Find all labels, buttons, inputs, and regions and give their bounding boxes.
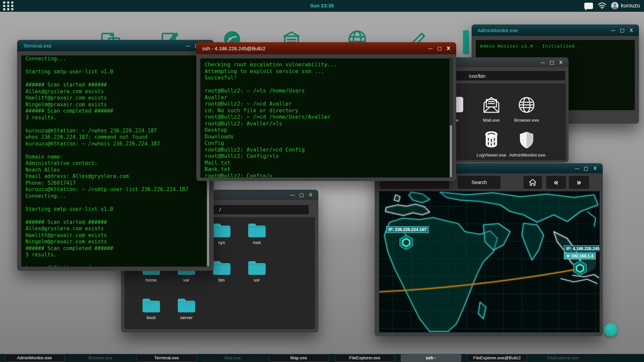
folder-label: boot	[147, 315, 155, 320]
folder-label: root	[253, 240, 261, 245]
taskbar-item[interactable]: FileExplorer.exe	[335, 354, 395, 362]
window-map: — □ X Search « »	[375, 163, 603, 336]
window-title: Terminal.exe	[23, 43, 52, 49]
folder-icon	[142, 298, 161, 313]
folder-icon	[212, 260, 231, 276]
window-ssh: ssh - 4.186.226.245@Bullz2 — □ X Checkin…	[196, 42, 456, 181]
folder-label: usr	[254, 278, 260, 283]
maximize-icon[interactable]: □	[548, 60, 555, 65]
file-label: AdminMonitor.exe	[509, 153, 545, 158]
folder-item[interactable]: server	[169, 296, 204, 333]
window-title: AdminMonitor.exe	[478, 27, 518, 33]
terminal-output[interactable]: Connecting... Starting smtp-user-list v1…	[21, 55, 210, 267]
taskbar-slot: ssh -	[398, 354, 464, 362]
taskbar-slot: FileExplorer.exe@Bullz2	[464, 354, 530, 362]
log-cylinder-icon	[482, 130, 500, 150]
ssh-titlebar[interactable]: ssh - 4.186.226.245@Bullz2 — □ X	[196, 42, 456, 54]
folder-label: var	[183, 278, 190, 283]
admin-monitor-titlebar[interactable]: AdminMonitor.exe — □ X	[472, 24, 639, 36]
wifi-icon[interactable]	[598, 2, 606, 9]
minimize-icon[interactable]: —	[573, 166, 581, 171]
folder-label: server	[180, 315, 193, 320]
file-item[interactable]: Mail.exe	[474, 96, 509, 123]
minimize-icon[interactable]: —	[289, 192, 296, 197]
taskbar-slot: AdminMonitor.exe	[1, 354, 67, 362]
desktop-icon-partial[interactable]	[463, 30, 469, 54]
folder-icon	[177, 298, 196, 313]
top-bar: Sun 23:35 kurouzu	[0, 0, 644, 12]
maximize-icon[interactable]: □	[619, 27, 626, 33]
taskbar-item[interactable]: Browser.exe	[70, 354, 131, 362]
world-map	[379, 191, 599, 332]
maximize-icon[interactable]: □	[436, 46, 443, 51]
taskbar-item[interactable]: Terminal.exe	[137, 354, 197, 362]
folder-label: bin	[218, 278, 224, 283]
window-terminal: Terminal.exe — □ X Connecting... Startin…	[17, 40, 214, 271]
folder-item[interactable]: root	[239, 221, 274, 258]
taskbar-item[interactable]: Mail.exe	[203, 354, 263, 362]
taskbar-slot: Terminal.exe	[133, 354, 200, 362]
folder-item[interactable]: boot	[133, 296, 169, 333]
taskbar-item[interactable]: FileExplorer.exe@Bullz2	[467, 354, 527, 362]
taskbar-item[interactable]: Map.exe	[269, 354, 329, 362]
terminal-text: Connecting... Starting smtp-user-list v1…	[21, 55, 210, 267]
taskbar-slot: FileExplorer.exe	[530, 354, 596, 362]
search-button[interactable]: Search	[458, 176, 500, 189]
forward-icon: »	[577, 178, 581, 187]
close-icon[interactable]: X	[591, 166, 599, 171]
taskbar-item[interactable]: AdminMonitor.exe	[4, 354, 65, 362]
maximize-icon[interactable]: □	[582, 166, 590, 171]
globe-icon	[518, 96, 536, 115]
close-icon[interactable]: X	[557, 60, 565, 65]
minimize-icon[interactable]: —	[609, 27, 617, 33]
map-canvas[interactable]: IP: 236.226.224.187 IP: 4.186.226.245 ★ …	[379, 191, 600, 333]
mail-open-icon	[482, 96, 500, 115]
forward-button[interactable]: »	[569, 176, 589, 189]
taskbar-slot: Mail.exe	[200, 354, 266, 362]
ssh-scrollbar[interactable]	[449, 59, 452, 177]
minimize-icon[interactable]: —	[184, 43, 192, 48]
lan-label-b[interactable]: ★ 192.168.1.4	[564, 252, 596, 259]
clock: Sun 23:35	[0, 3, 644, 8]
file-label: Browser.exe	[514, 118, 539, 123]
file-label: Mail.exe	[483, 118, 500, 123]
shield-icon	[518, 130, 536, 150]
folder-icon	[248, 260, 266, 276]
back-button[interactable]: «	[546, 176, 566, 189]
chat-icon[interactable]	[584, 3, 593, 9]
file-item[interactable]: Browser.exe	[509, 96, 544, 123]
avatar	[611, 2, 619, 9]
ssh-text: Checking root escalation vulnerability..…	[201, 59, 452, 178]
folder-label: home	[146, 278, 157, 283]
file-item[interactable]: AdminMonitor.exe	[509, 130, 544, 158]
lan-ip: 192.168.1.4	[571, 254, 593, 258]
scrollbar-thumb[interactable]	[207, 172, 209, 266]
terminal-titlebar[interactable]: Terminal.exe — □ X	[17, 40, 214, 51]
taskbar-slot: Browser.exe	[67, 354, 133, 362]
admin-monitor-text: Admin Monitor v1.0 - Initialized.	[476, 40, 635, 52]
scrollbar-thumb[interactable]	[450, 125, 452, 177]
close-icon[interactable]: X	[628, 27, 635, 33]
folder-item[interactable]: usr	[239, 258, 274, 296]
window-title: ssh - 4.186.226.245@Bullz2	[202, 46, 266, 51]
file-item[interactable]: LogViewer.exe	[474, 130, 509, 158]
folder-icon	[248, 223, 266, 238]
back-icon: «	[554, 178, 558, 187]
maximize-icon[interactable]: □	[298, 192, 305, 197]
username: kurouzu	[621, 3, 640, 9]
taskbar-slot: FileExplorer.exe	[332, 354, 398, 362]
minimize-icon[interactable]: —	[427, 46, 434, 51]
taskbar-item[interactable]: FileExplorer.exe	[533, 354, 593, 362]
ip-label-b[interactable]: IP: 4.186.226.245	[564, 245, 600, 252]
ip-label-a[interactable]: IP: 236.226.224.187	[386, 226, 429, 233]
close-icon[interactable]: X	[307, 192, 314, 197]
taskbar-item[interactable]: ssh -	[401, 354, 461, 362]
close-icon[interactable]: X	[445, 46, 452, 51]
desktop: AdminMonitor.exe — □ X Admin Monitor v1.…	[0, 0, 644, 362]
taskbar: AdminMonitor.exe Browser.exe Terminal.ex…	[0, 354, 644, 362]
user-chip[interactable]: kurouzu	[611, 2, 640, 9]
minimize-icon[interactable]: —	[539, 60, 546, 65]
home-button[interactable]	[524, 176, 542, 189]
ssh-output[interactable]: Checking root escalation vulnerability..…	[200, 58, 453, 178]
desktop-widget-button[interactable]	[604, 323, 617, 337]
